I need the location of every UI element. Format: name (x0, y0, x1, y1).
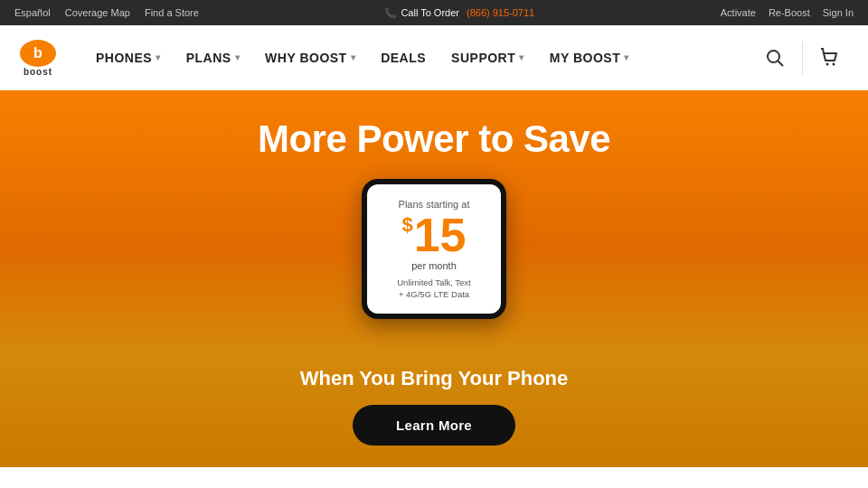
cta-text: Call To Order (401, 7, 459, 18)
plan-description: Unlimited Talk, Text+ 4G/5G LTE Data (380, 277, 488, 301)
dollar-sign: $ (401, 215, 412, 235)
phone-icon: 📞 (384, 7, 397, 19)
phone-screen: Plans starting at $ 15 per month Unlimit… (367, 184, 501, 314)
chevron-down-icon: ▾ (624, 52, 629, 62)
chevron-down-icon: ▾ (519, 52, 524, 62)
quick-links-section: Shop Phones Browse Plans Make a Payment (0, 467, 868, 488)
phone-frame: Plans starting at $ 15 per month Unlimit… (362, 179, 506, 319)
hero-subtitle: When You Bring Your Phone (300, 367, 569, 390)
chevron-down-icon: ▾ (351, 52, 356, 62)
nav-support[interactable]: SUPPORT ▾ (440, 43, 535, 72)
nav-deals[interactable]: DEALS (370, 43, 437, 72)
phone-number[interactable]: (866) 915-0711 (467, 7, 534, 18)
logo-text: boost (24, 67, 52, 77)
price-amount: 15 (414, 211, 467, 258)
nav-icons (755, 38, 850, 78)
nav-why-boost[interactable]: WHY BOOST ▾ (254, 43, 366, 72)
boost-logo-icon: b (18, 38, 58, 69)
svg-line-3 (778, 61, 784, 66)
top-bar-right: Activate Re-Boost Sign In (721, 7, 854, 18)
svg-point-2 (768, 51, 779, 62)
hero-title: More Power to Save (258, 117, 610, 161)
top-bar-espanol[interactable]: Español (14, 7, 51, 18)
hero-bottom: When You Bring Your Phone Learn More (0, 352, 868, 467)
hero-section: More Power to Save Plans starting at $ 1… (0, 90, 868, 352)
svg-text:b: b (33, 45, 42, 61)
top-bar: Español Coverage Map Find a Store 📞 Call… (0, 0, 868, 25)
nav-phones[interactable]: PHONES ▾ (85, 43, 172, 72)
cart-icon (818, 46, 842, 70)
price-display: $ 15 (380, 211, 488, 258)
top-bar-activate[interactable]: Activate (721, 7, 756, 18)
top-bar-center: 📞 Call To Order (866) 915-0711 (384, 7, 534, 19)
search-button[interactable] (755, 38, 795, 78)
top-bar-reboost[interactable]: Re-Boost (769, 7, 810, 18)
top-bar-store[interactable]: Find a Store (145, 7, 199, 18)
top-bar-coverage[interactable]: Coverage Map (65, 7, 130, 18)
main-nav: b boost PHONES ▾ PLANS ▾ WHY BOOST ▾ DEA… (0, 25, 868, 90)
per-month-text: per month (380, 260, 488, 271)
chevron-down-icon: ▾ (156, 52, 161, 62)
learn-more-button[interactable]: Learn More (353, 405, 515, 446)
nav-links: PHONES ▾ PLANS ▾ WHY BOOST ▾ DEALS SUPPO… (85, 43, 755, 72)
top-bar-left: Español Coverage Map Find a Store (14, 7, 199, 18)
top-bar-signin[interactable]: Sign In (823, 7, 854, 18)
phone-card: Plans starting at $ 15 per month Unlimit… (362, 179, 506, 319)
nav-plans[interactable]: PLANS ▾ (175, 43, 250, 72)
svg-point-5 (833, 62, 835, 65)
chevron-down-icon: ▾ (235, 52, 241, 62)
nav-divider (802, 42, 803, 74)
nav-my-boost[interactable]: MY BOOST ▾ (539, 43, 640, 72)
svg-point-4 (826, 62, 829, 65)
logo[interactable]: b boost (18, 38, 58, 77)
search-icon (765, 48, 785, 68)
cart-button[interactable] (810, 38, 850, 78)
